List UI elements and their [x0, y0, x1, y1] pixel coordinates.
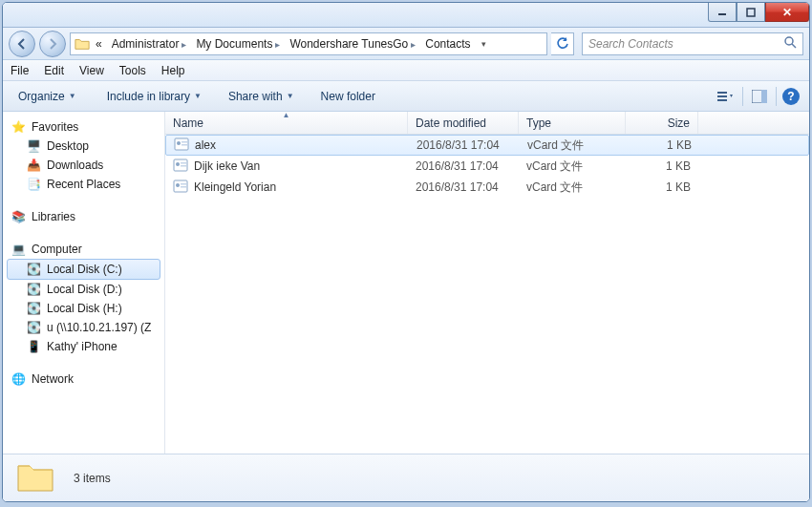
computer-icon: 💻	[11, 242, 26, 257]
col-name[interactable]: Name ▲	[165, 112, 408, 134]
address-bar[interactable]: « Administrator My Documents Wondershare…	[70, 32, 547, 55]
col-type[interactable]: Type	[519, 112, 626, 134]
recent-icon: 📑	[26, 177, 41, 192]
favorites-group[interactable]: ⭐ Favorites	[7, 117, 160, 137]
file-date: 2016/8/31 17:04	[408, 159, 519, 173]
nav-local-disk-h[interactable]: 💽Local Disk (H:)	[7, 299, 160, 318]
big-folder-icon	[16, 460, 54, 496]
refresh-button[interactable]	[551, 32, 574, 55]
svg-rect-8	[761, 90, 767, 103]
svg-rect-15	[181, 162, 186, 164]
svg-rect-11	[182, 141, 187, 143]
navigation-pane: ⭐ Favorites 🖥️Desktop 📥Downloads 📑Recent…	[3, 112, 165, 454]
breadcrumb-item[interactable]: Contacts	[421, 35, 474, 53]
network-icon: 🌐	[11, 371, 26, 387]
menu-view[interactable]: View	[79, 64, 104, 77]
window-controls: ✕	[708, 3, 809, 22]
downloads-icon: 📥	[26, 158, 41, 173]
phone-icon: 📱	[26, 339, 41, 354]
svg-line-3	[792, 44, 796, 48]
svg-rect-12	[182, 144, 187, 146]
libraries-group[interactable]: 📚 Libraries	[7, 207, 160, 226]
file-type: vCard 文件	[519, 158, 626, 175]
search-input[interactable]: Search Contacts	[582, 32, 803, 55]
nav-network-drive[interactable]: 💽u (\\10.10.21.197) (Z	[7, 318, 160, 337]
file-size: 1 KB	[627, 138, 699, 152]
svg-point-18	[176, 183, 180, 187]
nav-downloads[interactable]: 📥Downloads	[7, 156, 160, 175]
vcard-icon	[173, 179, 188, 197]
preview-pane-button[interactable]	[749, 86, 770, 107]
file-size: 1 KB	[626, 180, 698, 194]
search-icon	[783, 35, 797, 52]
file-name: Kleingeld Yorian	[194, 180, 276, 194]
svg-rect-1	[747, 9, 755, 16]
menu-tools[interactable]: Tools	[119, 64, 146, 77]
network-group[interactable]: 🌐 Network	[7, 370, 160, 389]
svg-point-2	[785, 37, 793, 45]
file-type: vCard 文件	[519, 180, 626, 196]
back-button[interactable]	[9, 31, 35, 57]
computer-group[interactable]: 💻 Computer	[7, 240, 160, 259]
organize-button[interactable]: Organize▼	[12, 86, 82, 107]
help-button[interactable]: ?	[782, 88, 800, 105]
svg-rect-4	[717, 92, 727, 94]
toolbar: Organize▼ Include in library▼ Share with…	[3, 81, 809, 112]
file-name: Dijk ieke Van	[194, 159, 260, 173]
close-button[interactable]: ✕	[765, 3, 809, 22]
menu-edit[interactable]: Edit	[44, 64, 64, 77]
sort-asc-icon: ▲	[283, 111, 290, 119]
nav-desktop[interactable]: 🖥️Desktop	[7, 137, 160, 156]
breadcrumb-item[interactable]: Wondershare TunesGo	[286, 35, 419, 53]
titlebar: ✕	[3, 3, 809, 28]
minimize-button[interactable]	[708, 3, 737, 22]
breadcrumb-item[interactable]: My Documents	[192, 35, 284, 53]
vcard-icon	[173, 158, 188, 176]
col-size[interactable]: Size	[626, 112, 698, 134]
svg-rect-5	[717, 95, 727, 97]
column-headers: Name ▲ Date modified Type Size	[165, 112, 809, 135]
item-count: 3 items	[74, 472, 111, 485]
star-icon: ⭐	[11, 119, 26, 135]
svg-rect-20	[181, 186, 186, 188]
libraries-icon: 📚	[11, 209, 26, 224]
maximize-button[interactable]	[737, 3, 765, 22]
file-row[interactable]: Kleingeld Yorian2016/8/31 17:04vCard 文件1…	[165, 177, 809, 198]
col-date[interactable]: Date modified	[408, 112, 519, 134]
forward-button[interactable]	[39, 31, 66, 57]
drive-icon: 💽	[26, 301, 41, 316]
file-name: alex	[195, 138, 216, 152]
view-options-button[interactable]	[716, 86, 737, 107]
file-list-pane: Name ▲ Date modified Type Size alex2016/…	[165, 112, 809, 454]
svg-rect-16	[181, 165, 186, 167]
include-library-button[interactable]: Include in library▼	[101, 86, 207, 107]
menu-help[interactable]: Help	[161, 64, 185, 77]
menubar: File Edit View Tools Help	[3, 60, 809, 81]
body: ⭐ Favorites 🖥️Desktop 📥Downloads 📑Recent…	[3, 112, 809, 454]
svg-rect-19	[181, 183, 186, 185]
file-row[interactable]: alex2016/8/31 17:04vCard 文件1 KB	[165, 135, 809, 156]
search-placeholder: Search Contacts	[588, 37, 673, 51]
folder-icon	[75, 36, 90, 52]
menu-file[interactable]: File	[11, 64, 29, 77]
file-type: vCard 文件	[520, 137, 627, 154]
drive-icon: 💽	[26, 262, 41, 277]
nav-recent-places[interactable]: 📑Recent Places	[7, 175, 160, 194]
share-with-button[interactable]: Share with▼	[223, 86, 300, 107]
breadcrumb-item[interactable]: Administrator	[108, 35, 191, 53]
new-folder-button[interactable]: New folder	[315, 86, 381, 107]
breadcrumb-prefix: «	[92, 35, 106, 53]
svg-point-10	[177, 141, 181, 145]
nav-local-disk-c[interactable]: 💽Local Disk (C:)	[7, 259, 160, 280]
address-dropdown[interactable]: ▾	[477, 39, 492, 49]
navbar: « Administrator My Documents Wondershare…	[3, 28, 809, 60]
drive-icon: 💽	[26, 282, 41, 297]
file-row[interactable]: Dijk ieke Van2016/8/31 17:04vCard 文件1 KB	[165, 156, 809, 177]
vcard-icon	[174, 137, 189, 155]
nav-iphone[interactable]: 📱Kathy' iPhone	[7, 337, 160, 356]
nav-local-disk-d[interactable]: 💽Local Disk (D:)	[7, 280, 160, 299]
netdrive-icon: 💽	[26, 320, 41, 335]
desktop-icon: 🖥️	[26, 138, 41, 154]
file-size: 1 KB	[626, 159, 698, 173]
explorer-window: ✕ « Administrator My Documents Wondersha…	[2, 2, 810, 502]
